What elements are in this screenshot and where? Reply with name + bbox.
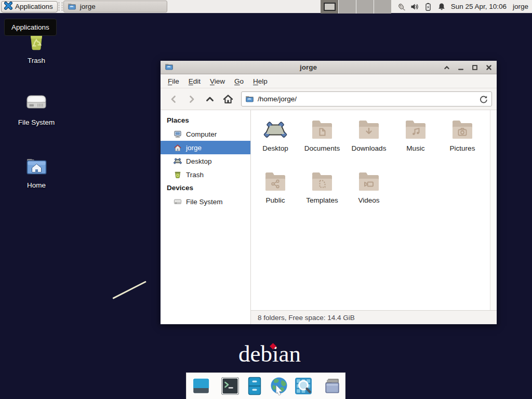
- web-browser-icon[interactable]: [269, 376, 289, 396]
- file-item-label: Templates: [299, 196, 345, 204]
- sidebar: Places Computer jorge Desktop TrashDevic…: [161, 110, 251, 324]
- debian-logo: debian: [238, 340, 301, 367]
- mouse-icon[interactable]: [396, 2, 406, 11]
- sidebar-item-computer[interactable]: Computer: [161, 127, 250, 141]
- path-text: /home/jorge/: [258, 95, 297, 103]
- window-titlebar[interactable]: jorge: [161, 61, 497, 74]
- file-item-label: Documents: [299, 144, 345, 152]
- file-item-public[interactable]: Public: [252, 169, 299, 221]
- maximize-button[interactable]: [471, 64, 478, 71]
- vertical-scrollbar[interactable]: [490, 110, 497, 310]
- window-folder-icon: [165, 62, 174, 72]
- folder-public-icon: [263, 169, 288, 195]
- panel-handle[interactable]: [59, 2, 62, 11]
- sidebar-header-places: Places: [161, 114, 250, 127]
- menu-edit[interactable]: Edit: [184, 75, 205, 87]
- back-button[interactable]: [165, 91, 181, 107]
- up-button[interactable]: [202, 91, 218, 107]
- desktop-small-icon: [174, 157, 182, 165]
- sidebar-item-file-system[interactable]: File System: [161, 195, 250, 208]
- home-button[interactable]: [220, 91, 236, 107]
- home-icon: [174, 143, 182, 152]
- wallpaper-line: [112, 281, 147, 299]
- minimize-button[interactable]: [457, 64, 464, 71]
- file-item-downloads[interactable]: Downloads: [345, 117, 392, 169]
- menu-help[interactable]: Help: [248, 75, 272, 87]
- file-item-label: Pictures: [439, 144, 486, 152]
- desktop-icon-home[interactable]: Home: [6, 154, 66, 189]
- file-item-desktop[interactable]: Desktop: [252, 117, 299, 169]
- location-bar[interactable]: /home/jorge/: [241, 91, 492, 107]
- desktop-icon-label: File System: [6, 118, 66, 126]
- menu-file[interactable]: File: [163, 75, 184, 87]
- clock[interactable]: Sun 25 Apr, 10:06: [451, 3, 507, 10]
- workspace-window-preview: [324, 3, 336, 11]
- sidebar-item-desktop[interactable]: Desktop: [161, 154, 250, 168]
- folder-blue-icon: [68, 2, 76, 11]
- sidebar-item-label: Desktop: [186, 157, 212, 165]
- sidebar-header-devices: Devices: [161, 181, 250, 195]
- xfce-logo-icon: [4, 2, 12, 11]
- top-panel: Applications jorge Sun 25 Apr, 10:06 jor…: [0, 0, 532, 14]
- reload-icon[interactable]: [479, 95, 488, 103]
- file-item-label: Desktop: [252, 144, 299, 152]
- user-menu[interactable]: jorge: [513, 3, 528, 10]
- menu-view[interactable]: View: [205, 75, 230, 87]
- shade-button[interactable]: [443, 64, 450, 71]
- desktop-icon-label: Trash: [6, 57, 66, 64]
- desktop-icon-file-system[interactable]: File System: [6, 91, 66, 126]
- folder-pictures-icon: [450, 117, 475, 143]
- close-button[interactable]: [485, 64, 493, 71]
- folder-videos-icon: [356, 169, 381, 195]
- directory-menu-icon[interactable]: [323, 376, 342, 396]
- home-large-icon: [24, 154, 48, 180]
- file-manager-window: jorge FileEditViewGoHelp /home/jorge/ Pl…: [160, 60, 497, 325]
- drive-icon: [174, 197, 182, 206]
- show-desktop-icon[interactable]: [191, 376, 211, 396]
- folder-documents-icon: [310, 117, 335, 143]
- desktop-icon-label: Home: [6, 181, 66, 189]
- computer-icon: [174, 130, 182, 138]
- workspace-3[interactable]: [356, 0, 374, 14]
- applications-menu-label: Applications: [15, 3, 53, 10]
- menu-go[interactable]: Go: [230, 75, 248, 87]
- filesystem-large-icon: [24, 91, 48, 117]
- sidebar-item-label: Computer: [186, 130, 217, 138]
- file-item-videos[interactable]: Videos: [345, 169, 392, 221]
- dock: [186, 373, 345, 399]
- battery-icon[interactable]: [423, 2, 433, 11]
- sidebar-item-jorge[interactable]: jorge: [161, 141, 250, 154]
- workspace-switcher[interactable]: [321, 0, 391, 14]
- file-item-templates[interactable]: Templates: [299, 169, 345, 221]
- folder-downloads-icon: [356, 117, 381, 143]
- sidebar-item-label: File System: [186, 198, 223, 206]
- workspace-2[interactable]: [338, 0, 356, 14]
- file-item-label: Videos: [345, 196, 392, 204]
- workspace-1[interactable]: [321, 0, 338, 14]
- applications-menu-button[interactable]: Applications: [1, 1, 58, 12]
- file-item-label: Downloads: [345, 144, 392, 152]
- sidebar-item-label: jorge: [186, 144, 202, 152]
- window-title: jorge: [174, 63, 443, 71]
- taskbar-window-button[interactable]: jorge: [63, 1, 167, 12]
- app-finder-icon[interactable]: [294, 376, 313, 396]
- file-item-label: Public: [252, 196, 299, 204]
- desktop-folder-icon: [263, 117, 288, 143]
- workspace-4[interactable]: [374, 0, 391, 14]
- forward-button[interactable]: [183, 91, 200, 107]
- terminal-icon[interactable]: [220, 376, 240, 396]
- applications-tooltip: Applications: [4, 19, 57, 36]
- sidebar-item-trash[interactable]: Trash: [161, 168, 250, 181]
- volume-icon[interactable]: [410, 2, 419, 11]
- path-folder-icon: [245, 95, 254, 104]
- file-item-pictures[interactable]: Pictures: [439, 117, 486, 169]
- file-item-music[interactable]: Music: [392, 117, 439, 169]
- notifications-icon[interactable]: [437, 2, 446, 11]
- file-item-documents[interactable]: Documents: [299, 117, 345, 169]
- toolbar: /home/jorge/: [161, 88, 497, 110]
- status-bar: 8 folders, Free space: 14.4 GiB: [251, 310, 497, 324]
- file-item-label: Music: [392, 144, 439, 152]
- menu-bar: FileEditViewGoHelp: [161, 74, 497, 88]
- system-tray: [396, 2, 446, 11]
- file-cabinet-icon[interactable]: [245, 376, 264, 396]
